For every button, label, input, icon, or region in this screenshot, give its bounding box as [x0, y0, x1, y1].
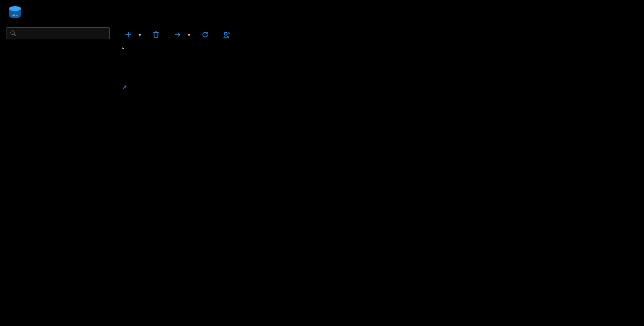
delete-button[interactable] [148, 28, 167, 41]
move-button[interactable]: ▾ [169, 28, 195, 41]
search-icon [10, 30, 16, 36]
svg-line-3 [14, 34, 16, 36]
learn-more-link[interactable]: ↗ [120, 84, 127, 91]
create-button[interactable]: ▾ [120, 28, 146, 41]
sidebar-search[interactable] [7, 27, 110, 39]
refresh-button[interactable] [197, 28, 216, 41]
feedback-button[interactable] [218, 28, 238, 41]
chevron-down-icon: ▾ [139, 32, 141, 37]
resource-header [0, 0, 644, 22]
essentials-toggle[interactable]: ⌃ [120, 45, 631, 57]
chevron-down-icon: ▾ [188, 32, 190, 37]
guided-description: ↗ [120, 83, 481, 92]
svg-rect-6 [154, 33, 158, 37]
search-input[interactable] [19, 30, 106, 37]
chevron-up-icon: ⌃ [121, 47, 125, 52]
sidebar [0, 22, 120, 326]
svg-point-1 [9, 6, 21, 11]
resource-icon [7, 4, 23, 21]
toolbar: ▾ ▾ [120, 22, 631, 43]
svg-point-10 [224, 32, 227, 35]
svg-point-2 [11, 31, 15, 35]
main-content: ▾ ▾ ⌃ ↗ [120, 22, 644, 326]
